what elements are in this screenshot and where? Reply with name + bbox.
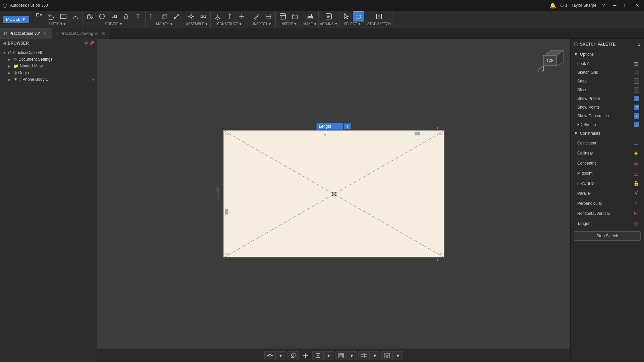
addins-scripts-btn[interactable] xyxy=(323,11,334,21)
user-name[interactable]: Taylor Sharpe xyxy=(572,3,596,8)
length-input[interactable]: Length xyxy=(317,123,343,130)
palette-icon: ⬡ xyxy=(574,42,578,47)
browser-settings-icon[interactable]: ⚙ xyxy=(84,41,88,46)
create-sweep-btn[interactable] xyxy=(108,11,120,21)
tab-drawing[interactable]: □ PracticeC...rawing v0 ✕ xyxy=(52,28,110,39)
grid-group: ▼ xyxy=(358,351,380,360)
constraints-section[interactable]: ▼ Constraints xyxy=(571,129,644,138)
snap-btn[interactable] xyxy=(265,352,276,360)
sketch-tool-create-btn[interactable] xyxy=(34,11,45,21)
sketch-rect-btn[interactable] xyxy=(58,11,69,21)
maximize-button[interactable]: □ xyxy=(623,2,629,9)
display-dropdown-btn[interactable]: ▼ xyxy=(347,352,357,360)
display-mode-btn[interactable] xyxy=(336,352,347,360)
addins-dropdown-icon[interactable]: ▼ xyxy=(334,22,338,26)
model-dropdown-button[interactable]: MODEL ▼ xyxy=(3,16,29,23)
make-dropdown-icon[interactable]: ▼ xyxy=(314,22,317,26)
midpoint-label: Midpoint xyxy=(577,171,592,176)
grid-dropdown-btn[interactable]: ▼ xyxy=(370,352,380,360)
zoom-dropdown-btn[interactable]: ▼ xyxy=(324,352,334,360)
svg-rect-90 xyxy=(385,356,387,358)
inspect-dropdown-icon[interactable]: ▼ xyxy=(268,22,271,26)
body-icon: □ xyxy=(19,77,21,82)
minimize-button[interactable]: ─ xyxy=(611,2,619,9)
construct-group: CONSTRUCT ▼ xyxy=(211,11,249,28)
select-label: SELECT xyxy=(344,22,357,26)
make-3dprint-btn[interactable] xyxy=(305,11,316,21)
3d-sketch-checkbox[interactable] xyxy=(634,122,639,127)
viewport-dropdown-btn[interactable]: ▼ xyxy=(393,352,403,360)
assemble-dropdown-icon[interactable]: ▼ xyxy=(205,22,208,26)
stop-sketch-icon-btn[interactable] xyxy=(373,11,385,21)
view-cube-btn[interactable] xyxy=(288,352,299,360)
show-profile-checkbox[interactable] xyxy=(634,96,639,101)
browser-back-icon[interactable]: ◀ xyxy=(3,41,6,46)
show-points-checkbox[interactable] xyxy=(634,105,639,110)
sketch-undo-btn[interactable] xyxy=(46,11,57,21)
main-area: ◀ BROWSER ⚙ 📌 ▼ ⬡ PracticeCase v6 ▶ ⚙ Do… xyxy=(0,39,644,362)
create-revolve-btn[interactable] xyxy=(96,11,108,21)
insert-decal-btn[interactable] xyxy=(289,11,301,21)
modify-shell-btn[interactable] xyxy=(159,11,170,21)
construct-axis-btn[interactable] xyxy=(224,11,235,21)
sketch-grid-checkbox[interactable] xyxy=(634,70,639,75)
length-dropdown-button[interactable]: ▼ xyxy=(344,123,351,129)
select-window-btn[interactable] xyxy=(353,11,364,21)
tab-practicecasev6[interactable]: ⬡ PracticeCase v6* ✕ xyxy=(0,28,52,39)
construct-point-btn[interactable] xyxy=(236,11,248,21)
close-button[interactable]: ✕ xyxy=(633,2,641,9)
sketch-arc-btn[interactable] xyxy=(70,11,81,21)
notification-icon[interactable]: 🔔 xyxy=(549,2,556,9)
insert-dropdown-icon[interactable]: ▼ xyxy=(293,22,297,26)
browser-item-phone-body[interactable]: ▶ 👁 □ Phone Body:1 ● xyxy=(0,76,97,83)
zoom-fit-btn[interactable] xyxy=(313,352,324,360)
create-loft-btn[interactable] xyxy=(120,11,132,21)
browser-title: BROWSER xyxy=(8,41,29,46)
tab-close-button[interactable]: ✕ xyxy=(42,31,48,36)
tab-drawing-close-button[interactable]: ✕ xyxy=(101,31,106,36)
constraint-concentric: Concentric ◎ xyxy=(571,158,644,168)
modify-scale-btn[interactable] xyxy=(171,11,182,21)
stop-sketch-group: STOP SKETCH xyxy=(366,11,392,28)
browser-item-root[interactable]: ▼ ⬡ PracticeCase v6 xyxy=(0,49,97,56)
sketch-dropdown-icon[interactable]: ▼ xyxy=(63,22,66,26)
viewport-layout-btn[interactable] xyxy=(382,352,393,360)
show-constraints-checkbox[interactable] xyxy=(634,113,639,119)
display-group: ▼ xyxy=(335,351,357,360)
viewport[interactable]: TOP X Z fx 65.024 xyxy=(97,39,570,362)
grid-btn[interactable] xyxy=(359,352,370,360)
assemble-rigid-btn[interactable] xyxy=(198,11,209,21)
construct-dropdown-icon[interactable]: ▼ xyxy=(239,22,242,26)
viewport-bottom-toolbar: ▼ ▼ ▼ xyxy=(97,349,570,362)
create-extrude-btn[interactable] xyxy=(84,11,96,21)
browser-item-doc-settings[interactable]: ▶ ⚙ Document Settings xyxy=(0,56,97,63)
inspect-section-btn[interactable] xyxy=(263,11,274,21)
svg-rect-44 xyxy=(356,15,361,18)
sketch-canvas[interactable]: Length ▼ xyxy=(223,130,444,257)
modify-fillet-btn[interactable] xyxy=(147,11,158,21)
palette-expand-icon[interactable]: » xyxy=(638,42,641,47)
help-button[interactable]: ? xyxy=(600,2,607,9)
browser-pin-icon[interactable]: 📌 xyxy=(89,41,94,46)
svg-marker-21 xyxy=(215,17,220,19)
create-sigma-btn[interactable]: Σ xyxy=(132,11,144,21)
create-dropdown-icon[interactable]: ▼ xyxy=(119,22,123,26)
insert-canvas-btn[interactable] xyxy=(277,11,288,21)
modify-dropdown-icon[interactable]: ▼ xyxy=(170,22,173,26)
slice-checkbox[interactable] xyxy=(634,87,639,93)
options-section[interactable]: ▼ Options xyxy=(571,50,644,59)
snap-checkbox[interactable] xyxy=(634,78,639,84)
select-cursor-btn[interactable] xyxy=(341,11,352,21)
select-dropdown-icon[interactable]: ▼ xyxy=(358,22,361,26)
snap-dropdown-btn[interactable]: ▼ xyxy=(276,352,286,360)
construct-plane-btn[interactable] xyxy=(212,11,223,21)
stop-sketch-button[interactable]: Stop Sketch xyxy=(574,231,641,241)
svg-marker-5 xyxy=(87,14,93,19)
look-at-icon[interactable]: 📷 xyxy=(632,61,639,66)
browser-item-origin[interactable]: ▶ ◎ Origin xyxy=(0,69,97,76)
pan-btn[interactable] xyxy=(300,352,311,360)
assemble-joint-btn[interactable] xyxy=(185,11,197,21)
browser-item-named-views[interactable]: ▶ 📁 Named Views xyxy=(0,63,97,69)
inspect-measure-btn[interactable] xyxy=(251,11,262,21)
body-visible-icon[interactable]: ● xyxy=(92,78,94,81)
